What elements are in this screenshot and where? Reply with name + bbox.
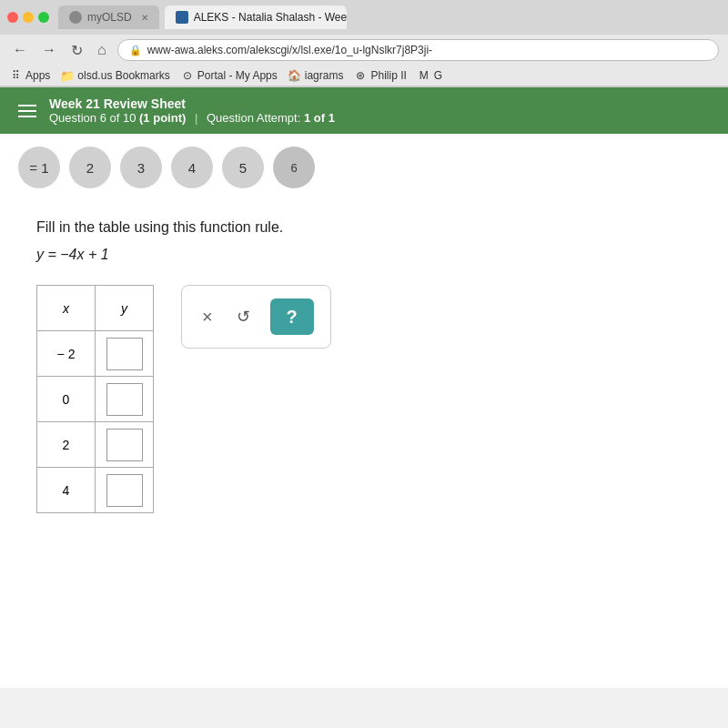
x-value-1: − 2 [37,331,96,377]
y-input-2[interactable] [106,383,143,416]
function-table: x y − 2 0 [36,285,154,513]
title-bar: myOLSD ✕ ALEKS - Natalia Shalash - Wee ✕ [0,0,728,35]
bookmark-iagrams[interactable]: 🏠 iagrams [288,69,344,82]
y-input-cell-4 [96,468,154,513]
bookmark-olsd-label: olsd.us Bookmarks [77,69,169,82]
lock-icon: 🔒 [129,45,142,56]
attempt-info: Question Attempt: [207,111,300,125]
home-icon: 🏠 [288,69,301,82]
y-input-4[interactable] [106,474,143,507]
clear-button[interactable]: × [198,303,217,331]
table-row: 2 [37,422,154,468]
q-bubble-5[interactable]: 5 [222,147,264,188]
pipe-separator: | [195,111,197,125]
q-bubble-6[interactable]: 6 [273,147,315,188]
hamburger-line [18,110,36,112]
address-bar: ← → ↻ ⌂ 🔒 www-awa.aleks.com/alekscgi/x/l… [0,35,728,66]
home-button[interactable]: ⌂ [94,40,110,60]
minimize-window-button[interactable] [23,12,34,23]
header-text-block: Week 21 Review Sheet Question 6 of 10 (1… [49,96,335,125]
controls-panel: × ↺ ? [181,285,331,349]
close-window-button[interactable] [7,12,18,23]
gmail-icon: M [418,69,430,82]
bookmark-portal-label: Portal - My Apps [197,69,278,82]
tab-myolsd-close[interactable]: ✕ [141,13,148,23]
hamburger-menu[interactable] [18,105,36,117]
question-content: Fill in the table using this function ru… [0,201,728,531]
philip-icon: ⊛ [354,69,367,82]
function-rule: y = −4x + 1 [36,247,692,263]
q-bubble-1[interactable]: = 1 [18,147,60,188]
hamburger-line [18,105,36,106]
help-button[interactable]: ? [270,298,314,335]
tab-myolsd-label: myOLSD [87,11,132,24]
y-input-cell-2 [96,377,154,422]
aleks-favicon [176,11,188,24]
address-input[interactable]: 🔒 www-awa.aleks.com/alekscgi/x/lsl.exe/1… [117,39,719,61]
question-info: Question 6 of 10 [49,111,136,125]
aleks-header: Week 21 Review Sheet Question 6 of 10 (1… [0,87,728,134]
q-bubble-4[interactable]: 4 [171,147,213,188]
tab-aleks-label: ALEKS - Natalia Shalash - Wee [194,11,347,24]
question-nav: = 1 2 3 4 5 6 [0,134,728,201]
table-row: − 2 [37,331,154,377]
y-input-3[interactable] [106,429,143,461]
q-bubble-3[interactable]: 3 [120,147,162,188]
undo-button[interactable]: ↺ [233,303,254,330]
q-bubble-2[interactable]: 2 [69,147,111,188]
bookmark-apps-label: Apps [25,69,50,82]
bookmark-olsd[interactable]: 📁 olsd.us Bookmarks [61,69,169,82]
forward-button[interactable]: → [38,40,60,60]
bookmark-philip-label: Philip II [370,69,406,82]
apps-grid-icon: ⠿ [9,69,22,82]
bookmark-gmail-label: G [434,69,442,82]
bookmark-apps[interactable]: ⠿ Apps [9,69,50,82]
table-and-controls: x y − 2 0 [36,285,692,513]
table-row: 4 [37,468,154,513]
bookmarks-bar: ⠿ Apps 📁 olsd.us Bookmarks ⊙ Portal - My… [0,66,728,86]
maximize-window-button[interactable] [38,12,49,23]
col-header-x: x [37,286,96,331]
question-meta: Question 6 of 10 (1 point) | Question At… [49,111,335,125]
col-header-y: y [96,286,154,331]
y-input-cell-1 [96,331,154,377]
content-area: Week 21 Review Sheet Question 6 of 10 (1… [0,87,728,688]
hamburger-line [18,116,36,117]
x-value-2: 0 [37,377,96,422]
back-button[interactable]: ← [9,40,31,60]
portal-icon: ⊙ [181,69,194,82]
tab-myolsd[interactable]: myOLSD ✕ [58,5,159,29]
browser-chrome: myOLSD ✕ ALEKS - Natalia Shalash - Wee ✕… [0,0,728,87]
myolsd-favicon [69,11,82,24]
bookmark-portal[interactable]: ⊙ Portal - My Apps [181,69,278,82]
attempt-value: 1 of 1 [304,111,335,125]
y-input-1[interactable] [106,338,143,370]
folder-icon: 📁 [61,69,74,82]
window-controls [7,12,49,23]
question-instruction: Fill in the table using this function ru… [36,219,692,236]
bookmark-iagrams-label: iagrams [305,69,344,82]
x-value-4: 4 [37,468,96,513]
table-row: 0 [37,377,154,422]
y-input-cell-3 [96,422,154,468]
point-info: (1 point) [139,111,186,125]
bookmark-philip[interactable]: ⊛ Philip II [354,69,406,82]
x-value-3: 2 [37,422,96,468]
bookmark-gmail[interactable]: M G [418,69,442,82]
sheet-title: Week 21 Review Sheet [49,96,335,111]
refresh-button[interactable]: ↻ [67,40,86,61]
tab-aleks[interactable]: ALEKS - Natalia Shalash - Wee ✕ [165,5,347,29]
address-text: www-awa.aleks.com/alekscgi/x/lsl.exe/1o_… [147,44,432,56]
